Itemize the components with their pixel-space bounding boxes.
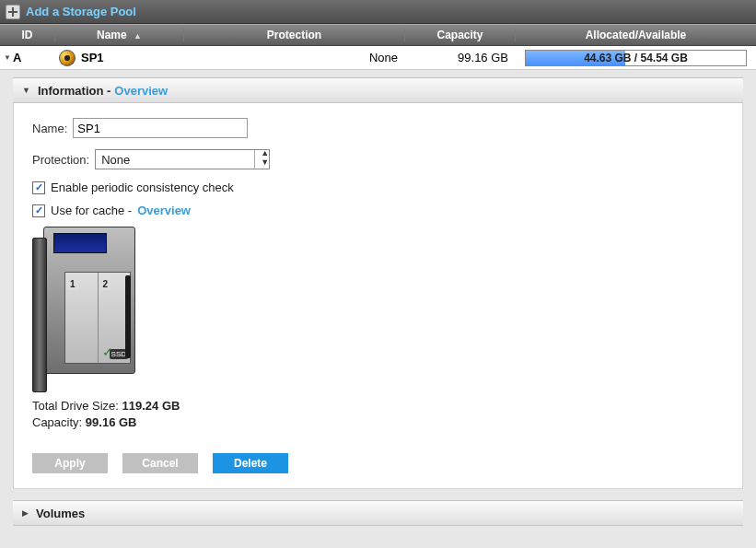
protection-select[interactable]: None ▲▼ [95,149,270,169]
add-storage-pool-button[interactable] [6,5,20,19]
drive-bays: 1 2 SSD ✓ [64,272,131,364]
allocation-bar: 44.63 GB / 54.54 GB [525,50,747,66]
consistency-check-label: Enable periodic consistency check [51,181,234,194]
check-icon: ✓ [102,344,113,359]
total-drive-size-value: 119.24 GB [122,399,180,413]
cell-protection: None [184,51,405,64]
consistency-check-row: ✓ Enable periodic consistency check [32,181,724,194]
use-for-cache-row: ✓ Use for cache - Overview [32,204,724,217]
delete-button[interactable]: Delete [213,453,288,473]
sort-asc-icon: ▲ [134,31,142,41]
col-header-protection[interactable]: Protection [184,29,405,41]
volumes-section-header[interactable]: ▶ Volumes [13,500,743,526]
row-protection-value: None [369,51,398,64]
table-header: ID Name ▲ Protection Capacity Allocated/… [0,24,756,46]
row-capacity-value: 99.16 GB [458,51,508,64]
allocation-text: 44.63 GB / 54.54 GB [584,52,688,64]
protection-row: Protection: None ▲▼ [32,149,724,169]
col-header-allocated[interactable]: Allocated/Available [516,29,756,41]
add-storage-pool-link[interactable]: Add a Storage Pool [26,5,136,18]
capacity-label: Capacity: [32,415,82,429]
information-overview-link[interactable]: Overview [114,84,168,98]
cell-allocated: 44.63 GB / 54.54 GB [516,50,756,66]
cache-label: Use for cache - [51,204,132,217]
cache-overview-link[interactable]: Overview [137,204,191,217]
cell-capacity: 99.16 GB [405,51,516,64]
name-input[interactable] [73,118,248,138]
protection-label: Protection: [32,153,89,167]
cell-id: ▼ A [0,51,55,64]
information-section-header[interactable]: ▼ Information - Overview [13,77,743,103]
drive-stats: Total Drive Size: 119.24 GB Capacity: 99… [32,398,724,431]
collapse-icon: ▼ [22,86,30,95]
capacity-value: 99.16 GB [86,415,137,429]
cache-checkbox[interactable]: ✓ [32,204,45,217]
protection-select-value: None [96,153,254,167]
row-id-value: A [13,51,21,64]
consistency-checkbox[interactable]: ✓ [32,181,45,194]
bay-1-number: 1 [67,278,78,290]
drive-bay-1[interactable]: 1 [65,273,99,363]
volumes-label: Volumes [36,507,85,520]
name-row: Name: [32,118,724,138]
information-panel: Name: Protection: None ▲▼ ✓ Enable perio… [13,103,743,489]
device-door [32,238,47,392]
col-header-name[interactable]: Name ▲ [55,29,184,41]
storage-pool-icon [59,50,76,66]
side-port [125,275,131,358]
device-display [53,233,107,253]
storage-pool-row[interactable]: ▼ A SP1 None 99.16 GB 44.63 GB / 54.54 G… [0,46,756,70]
col-header-capacity[interactable]: Capacity [405,29,516,41]
top-bar: Add a Storage Pool [0,0,756,24]
col-header-id[interactable]: ID [0,29,55,41]
bay-2-number: 2 [100,278,111,290]
information-label: Information - [38,84,110,98]
total-drive-size-label: Total Drive Size: [32,399,119,413]
select-arrows-icon: ▲▼ [254,150,269,169]
row-name-value: SP1 [81,51,104,64]
cancel-button[interactable]: Cancel [122,453,198,473]
plus-icon [8,7,17,17]
apply-button[interactable]: Apply [32,453,108,473]
name-label: Name: [32,122,67,135]
col-header-name-label: Name [97,29,127,41]
device-illustration: 1 2 SSD ✓ [32,227,143,392]
expand-icon: ▶ [22,508,29,518]
cell-name: SP1 [55,50,184,66]
row-expand-icon[interactable]: ▼ [4,53,11,62]
device-chassis: 1 2 SSD ✓ [43,227,135,374]
button-row: Apply Cancel Delete [32,453,724,473]
